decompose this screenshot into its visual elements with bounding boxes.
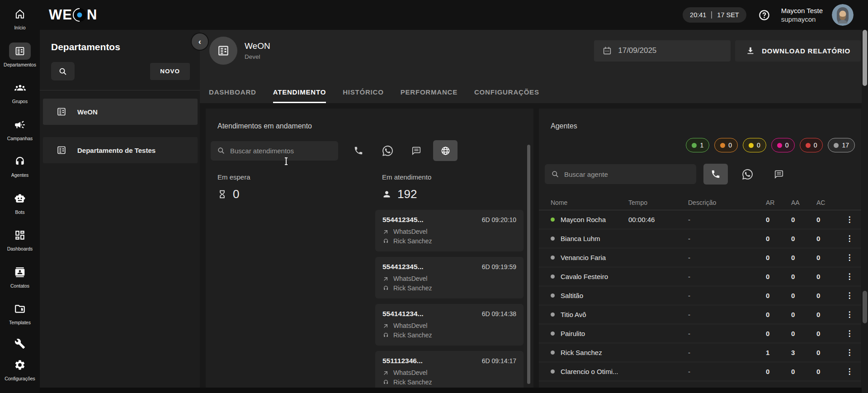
home-icon — [9, 5, 31, 23]
status-chip-paused[interactable]: 0 — [743, 138, 766, 152]
row-menu-button[interactable]: ⋮ — [842, 367, 857, 376]
agent-row[interactable]: Maycon Rocha 00:00:46 - 0 0 0 ⋮ — [539, 210, 861, 229]
status-chip-away[interactable]: 0 — [714, 138, 738, 152]
agent-row[interactable]: Pairulito - 0 0 0 ⋮ — [539, 324, 861, 343]
user-menu[interactable]: Maycon Teste supmaycon — [781, 6, 823, 24]
duration: 6D 09:19:59 — [482, 263, 516, 270]
contact-number: 554412345... — [382, 263, 424, 271]
help-icon[interactable] — [758, 9, 770, 21]
card-list-scrollbar[interactable] — [527, 145, 530, 384]
row-menu-button[interactable]: ⋮ — [842, 329, 857, 338]
filter-phone-button[interactable] — [346, 140, 371, 161]
main-area: WeON Devel 17/09/2025 DOWNLOAD RELATÓRIO… — [200, 30, 862, 393]
attendance-search-input[interactable] — [230, 147, 332, 155]
department-search-button[interactable] — [51, 62, 75, 80]
agent-desc: - — [688, 368, 766, 375]
sidebar-item-label: Dashboards — [7, 246, 33, 251]
filter-whatsapp-button[interactable] — [375, 140, 400, 161]
sidebar-item-configuracoes[interactable]: Configurações — [1, 356, 39, 384]
active-column: Em atendimento 192 554412345... 6D 09:20… — [375, 173, 533, 388]
agent-search[interactable] — [545, 164, 696, 184]
agent-name: Clarencio o Otimi... — [561, 368, 618, 375]
attendance-search[interactable] — [211, 141, 338, 161]
agent-aa: 0 — [791, 273, 816, 280]
phone-icon — [354, 146, 363, 156]
sidebar-item-templates[interactable]: Templates — [1, 300, 39, 327]
row-menu-button[interactable]: ⋮ — [842, 310, 857, 319]
sidebar-item-label: Bots — [15, 209, 24, 215]
agent-row[interactable]: Bianca Luhm - 0 0 0 ⋮ — [539, 229, 861, 248]
agent-row[interactable]: Rick Sanchez - 1 3 0 ⋮ — [539, 343, 861, 362]
col-descricao: Descrição — [688, 199, 766, 206]
status-chip-online[interactable]: 1 — [686, 138, 709, 152]
agent-status-chips: 1 0 0 0 0 — [539, 138, 861, 152]
avatar[interactable] — [832, 4, 854, 26]
row-menu-button[interactable]: ⋮ — [842, 215, 857, 224]
agent-row[interactable]: Cavalo Festeiro - 0 0 0 ⋮ — [539, 267, 861, 286]
department-item-weon[interactable]: WeON — [43, 99, 198, 125]
sidebar-item-inicio[interactable]: Início — [1, 5, 39, 33]
agent-ar: 0 — [766, 330, 791, 337]
row-menu-button[interactable]: ⋮ — [842, 253, 857, 262]
status-chip-offline[interactable]: 17 — [828, 138, 855, 152]
departments-icon — [9, 43, 31, 60]
agents-filter-whatsapp-button[interactable] — [735, 164, 760, 185]
status-dot — [749, 143, 754, 148]
scrollbar-thumb[interactable] — [863, 291, 867, 323]
chip-count: 0 — [757, 142, 760, 149]
row-menu-button[interactable]: ⋮ — [842, 234, 857, 243]
sidebar-item-grupos[interactable]: Grupos — [1, 79, 39, 106]
new-department-button[interactable]: NOVO — [150, 63, 190, 80]
download-report-button[interactable]: DOWNLOAD RELATÓRIO — [735, 40, 861, 62]
building-icon — [217, 44, 230, 57]
sidebar-item-agentes[interactable]: Agentes — [1, 153, 39, 180]
filter-web-button[interactable] — [433, 140, 458, 161]
tab-performance[interactable]: PERFORMANCE — [401, 88, 458, 103]
row-menu-button[interactable]: ⋮ — [842, 291, 857, 300]
agent-status-dot — [551, 313, 555, 317]
scrollbar-thumb[interactable] — [863, 30, 867, 86]
agent-row[interactable]: Clarencio o Otimi... - 0 0 0 ⋮ — [539, 362, 861, 381]
agent-row[interactable]: Venancio Faria - 0 0 0 ⋮ — [539, 248, 861, 267]
sidebar-item-label: Templates — [9, 320, 31, 325]
agent-row[interactable]: Saltitão - 0 0 0 ⋮ — [539, 286, 861, 305]
filter-chat-button[interactable] — [404, 140, 429, 161]
tab-dashboard[interactable]: DASHBOARD — [209, 88, 256, 103]
date-value: 17/09/2025 — [618, 46, 656, 55]
status-chip-unavailable[interactable]: 0 — [800, 138, 823, 152]
attendance-card[interactable]: 554412345... 6D 09:20:10 WhatsDevel Rick… — [375, 210, 524, 251]
collapse-panel-button[interactable]: ‹ — [192, 33, 208, 50]
search-icon — [58, 66, 68, 76]
agent-desc: - — [688, 254, 766, 261]
window-scrollbar[interactable] — [862, 30, 868, 393]
agent-ac: 0 — [816, 368, 842, 375]
attendance-card[interactable]: 551112346... 6D 09:14:17 WhatsDevel Rick… — [375, 351, 524, 388]
robot-icon — [9, 190, 31, 207]
agents-filter-chat-button[interactable] — [767, 164, 791, 185]
tab-atendimento[interactable]: ATENDIMENTO — [273, 88, 326, 103]
sidebar-item-dashboards[interactable]: Dashboards — [1, 227, 39, 254]
sidebar-item-bots[interactable]: Bots — [1, 190, 39, 217]
agents-filter-phone-button[interactable] — [703, 164, 728, 185]
agent-search-input[interactable] — [564, 170, 690, 178]
agent-name: Saltitão — [561, 292, 583, 299]
clock-time: 20:41 — [690, 11, 706, 19]
search-icon — [551, 170, 560, 179]
attendance-card[interactable]: 554412345... 6D 09:19:59 WhatsDevel Rick… — [375, 257, 524, 298]
row-menu-button[interactable]: ⋮ — [842, 348, 857, 357]
date-picker[interactable]: 17/09/2025 — [594, 40, 731, 62]
sidebar-item-contatos[interactable]: Contatos — [1, 264, 39, 291]
sidebar-item-tools[interactable] — [1, 337, 39, 353]
department-item-testes[interactable]: Departamento de Testes — [43, 137, 198, 163]
sidebar-item-campanhas[interactable]: Campanhas — [1, 116, 39, 143]
agent-row[interactable]: Titio Avô - 0 0 0 ⋮ — [539, 305, 861, 324]
tab-historico[interactable]: HISTÓRICO — [343, 88, 384, 103]
sidebar-item-departamentos[interactable]: Departamentos — [1, 43, 39, 70]
agent-icon — [382, 238, 389, 245]
tab-configuracoes[interactable]: CONFIGURAÇÕES — [474, 88, 539, 103]
row-menu-button[interactable]: ⋮ — [842, 272, 857, 281]
agent-name: Venancio Faria — [561, 254, 606, 261]
status-dot — [834, 143, 839, 148]
status-chip-busy[interactable]: 0 — [771, 138, 795, 152]
attendance-card[interactable]: 554141234... 6D 09:14:38 WhatsDevel Rick… — [375, 304, 524, 346]
